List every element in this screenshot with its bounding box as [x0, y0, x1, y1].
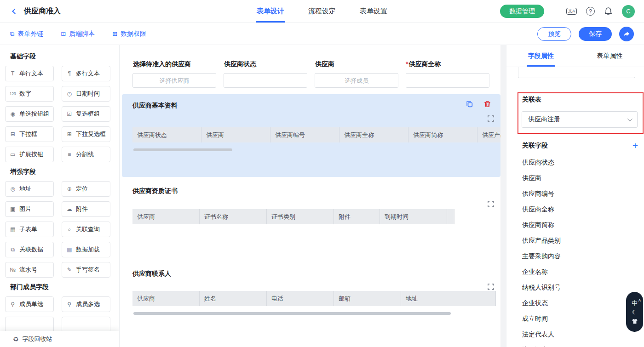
form-field-supplier-status[interactable]: 供应商状态 [224, 60, 307, 88]
save-button[interactable]: 保存 [579, 27, 612, 41]
form-field-supplier[interactable]: 供应商 [315, 60, 398, 88]
help-icon[interactable]: ? [586, 7, 595, 16]
share-button[interactable] [619, 27, 634, 41]
horizontal-scrollbar[interactable] [133, 148, 232, 151]
related-field-item[interactable]: 注册资本 [522, 342, 632, 347]
theme-toggle[interactable] [632, 319, 638, 324]
column-header-name[interactable]: 姓名 [200, 291, 267, 306]
expand-button[interactable] [488, 201, 494, 207]
field-button-partial[interactable] [5, 317, 54, 332]
column-header-email[interactable]: 邮箱 [334, 291, 401, 306]
tab-form-settings[interactable]: 表单设置 [359, 0, 388, 23]
field-button-multi-line-text[interactable]: ¶多行文本 [62, 66, 110, 81]
column-header-supplier-fullname[interactable]: 供应商全称 [339, 127, 408, 142]
field-button-label: 成员多选 [76, 300, 100, 308]
tab-flow-setting[interactable]: 流程设定 [307, 0, 337, 23]
field-button-partial[interactable] [62, 317, 110, 332]
related-field-item[interactable]: 供应商状态 [522, 154, 632, 170]
supplier-fullname-input[interactable] [406, 73, 489, 88]
field-button-dropdown[interactable]: ⊟下拉框 [5, 126, 54, 142]
related-field-item[interactable]: 供应产品类别 [522, 233, 632, 248]
tab-field-properties[interactable]: 字段属性 [506, 45, 575, 67]
column-header-phone[interactable]: 电话 [267, 291, 334, 306]
field-button-image[interactable]: ▣图片 [5, 201, 54, 217]
column-header-supplier[interactable]: 供应商 [132, 209, 200, 224]
delete-button[interactable] [483, 100, 491, 108]
field-button-signature[interactable]: ✎手写签名 [62, 262, 110, 278]
address-icon: ◎ [9, 186, 17, 192]
recycle-bin[interactable]: ♻ 字段回收站 [0, 331, 119, 347]
header-tabs: 表单设计 流程设定 表单设置 [256, 0, 388, 23]
link-form-external[interactable]: ⧉ 表单外链 [10, 30, 43, 38]
expand-button[interactable] [488, 115, 494, 122]
column-header-supplier[interactable]: 供应商 [132, 291, 200, 306]
copy-button[interactable] [466, 100, 473, 108]
subform-columns: 供应商 证书名称 证书类别 附件 到期时间 [132, 209, 500, 224]
column-header-supplier[interactable]: 供应商 [201, 127, 270, 142]
field-button-divider[interactable]: ≡分割线 [62, 147, 110, 162]
field-button-number[interactable]: 123数字 [5, 86, 54, 102]
field-button-serial-number[interactable]: №流水号 [5, 262, 54, 278]
field-button-attachment[interactable]: ☁附件 [62, 201, 110, 217]
related-table-select[interactable]: 供应商注册 [522, 111, 638, 128]
subform-panel-basic-info[interactable]: 供应商基本资料 供应商状态 供应商 供应商编号 供应商全称 供应商简称 供应产品… [122, 94, 500, 177]
column-header-cert-name[interactable]: 证书名称 [200, 209, 267, 224]
form-field-supplier-fullname[interactable]: *供应商全称 [406, 60, 489, 88]
supplier-status-input[interactable] [224, 73, 307, 88]
field-button-extend-button[interactable]: ▭扩展按钮 [5, 147, 54, 162]
partial-input[interactable] [518, 67, 635, 78]
expand-button[interactable] [488, 284, 494, 290]
related-field-item[interactable]: 法定代表人 [522, 326, 632, 342]
related-field-item[interactable]: 成立时间 [522, 311, 632, 326]
column-header-address[interactable]: 地址 [401, 291, 496, 306]
form-field-pending-supplier[interactable]: 选择待准入的供应商 [132, 60, 216, 88]
related-field-item[interactable]: 主要采购内容 [522, 248, 632, 264]
data-manage-button[interactable]: 数据管理 [500, 5, 544, 18]
field-button-checkbox-group[interactable]: ☑复选框组 [62, 106, 110, 122]
column-header-product-category[interactable]: 供应产品类别 [477, 127, 500, 142]
field-button-subform[interactable]: ▦子表单 [5, 222, 54, 237]
field-button-multi-dropdown[interactable]: ⊞下拉复选框 [62, 126, 110, 142]
preview-button[interactable]: 预览 [537, 27, 571, 41]
field-button-radio-group[interactable]: ◉单选按钮组 [5, 106, 54, 122]
related-field-item[interactable]: 供应商全称 [522, 201, 632, 217]
dark-mode-toggle[interactable]: ☾ [632, 309, 638, 315]
back-button[interactable] [9, 6, 20, 17]
pending-supplier-input[interactable] [132, 73, 216, 88]
column-header-expiry-date[interactable]: 到期时间 [380, 209, 447, 224]
field-button-data-load[interactable]: ▥数据加载 [62, 242, 110, 257]
subform-panel-certificates[interactable]: 供应商资质证书 供应商 证书名称 证书类别 附件 到期时间 [122, 180, 500, 259]
field-button-linked-data[interactable]: ⧉关联数据 [5, 242, 54, 257]
tab-form-properties[interactable]: 表单属性 [575, 45, 644, 67]
tab-form-design[interactable]: 表单设计 [256, 0, 285, 23]
bell-icon[interactable] [604, 7, 613, 16]
column-header-supplier-status[interactable]: 供应商状态 [132, 127, 201, 142]
column-header-attachment[interactable]: 附件 [334, 209, 380, 224]
field-button-location[interactable]: ⊕定位 [62, 181, 110, 197]
column-header-cert-type[interactable]: 证书类别 [267, 209, 334, 224]
avatar[interactable]: C [622, 5, 635, 18]
related-field-item[interactable]: 供应商编号 [522, 186, 632, 201]
field-button-member-multi[interactable]: ⚲成员多选 [62, 296, 110, 312]
translate-icon[interactable]: 文A [566, 8, 577, 15]
related-field-item[interactable]: 供应商简称 [522, 217, 632, 233]
column-header-supplier-code[interactable]: 供应商编号 [270, 127, 339, 142]
field-button-single-line-text[interactable]: T单行文本 [5, 66, 54, 81]
supplier-member-input[interactable] [315, 73, 398, 88]
related-field-item[interactable]: 企业状态 [522, 295, 632, 311]
add-related-field-button[interactable]: + [632, 141, 638, 150]
related-field-item[interactable]: 纳税人识别号 [522, 279, 632, 295]
related-field-item[interactable]: 供应商 [522, 170, 632, 186]
field-button-address[interactable]: ◎地址 [5, 181, 54, 197]
language-toggle[interactable]: 中A [632, 300, 638, 306]
horizontal-scrollbar[interactable] [133, 312, 451, 315]
field-button-member-single[interactable]: ⚲成员单选 [5, 296, 54, 312]
canvas-scrollbar-track[interactable] [500, 45, 506, 347]
subform-panel-contacts[interactable]: 供应商联系人 供应商 姓名 电话 邮箱 地址 [122, 262, 500, 347]
field-button-datetime[interactable]: ◷日期时间 [62, 86, 110, 102]
field-button-lookup-query[interactable]: ⌕关联查询 [62, 222, 110, 237]
link-data-permission[interactable]: ⊞ 数据权限 [112, 30, 146, 38]
column-header-supplier-shortname[interactable]: 供应商简称 [408, 127, 477, 142]
link-backend-script[interactable]: ⊡ 后端脚本 [61, 30, 95, 38]
related-field-item[interactable]: 企业名称 [522, 264, 632, 279]
